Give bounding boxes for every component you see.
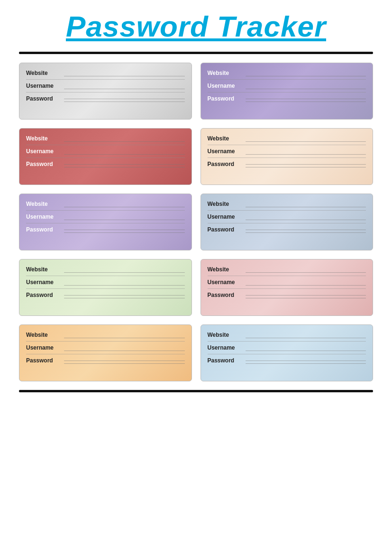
field-password: Password <box>208 161 366 170</box>
field-lines <box>246 220 366 221</box>
field-line <box>246 295 366 296</box>
field-line <box>64 207 185 207</box>
field-lines <box>246 154 366 156</box>
label-website: Website <box>208 266 243 274</box>
field-lines <box>64 230 185 234</box>
label-username: Username <box>26 279 61 287</box>
field-line <box>64 298 185 298</box>
field-lines <box>64 295 185 299</box>
field-line <box>246 338 366 338</box>
label-password: Password <box>208 357 243 365</box>
field-line <box>246 167 366 167</box>
field-website: Website <box>208 201 366 211</box>
field-lines <box>64 207 185 208</box>
label-website: Website <box>26 332 61 339</box>
label-password: Password <box>26 226 61 234</box>
label-username: Username <box>26 344 61 352</box>
field-password: Password <box>26 161 185 170</box>
field-password: Password <box>26 95 185 105</box>
field-line <box>246 207 366 207</box>
field-username: Username <box>26 344 185 354</box>
card-row-5: Website Username Password <box>19 324 373 381</box>
field-line <box>246 76 366 76</box>
label-website: Website <box>26 201 61 208</box>
page-title: Password Tracker <box>19 9 373 43</box>
field-username: Username <box>26 213 185 223</box>
card-10: Website Username Password <box>201 324 374 381</box>
field-line <box>246 285 366 286</box>
field-lines <box>246 76 366 77</box>
label-username: Username <box>208 344 243 352</box>
field-line <box>64 272 185 273</box>
field-website: Website <box>26 332 185 342</box>
card-row-1: Website Username Password <box>19 63 373 120</box>
field-lines <box>64 89 185 90</box>
cards-grid: Website Username Password <box>19 63 373 381</box>
field-line <box>246 141 366 142</box>
card-1: Website Username Password <box>19 63 192 120</box>
card-row-4: Website Username Password <box>19 259 373 316</box>
field-line <box>64 89 185 89</box>
field-lines <box>64 141 185 143</box>
field-password: Password <box>26 226 185 236</box>
field-line <box>64 295 185 296</box>
field-line <box>246 164 366 165</box>
field-lines <box>64 338 185 339</box>
card-2: Website Username Password <box>201 63 374 120</box>
field-line <box>64 76 185 76</box>
field-line <box>64 361 185 361</box>
field-lines <box>64 220 185 221</box>
field-lines <box>246 295 366 299</box>
field-lines <box>246 164 366 168</box>
label-password: Password <box>26 161 61 168</box>
label-website: Website <box>26 70 61 77</box>
field-password: Password <box>208 226 366 236</box>
field-lines <box>246 285 366 287</box>
label-username: Username <box>208 83 243 90</box>
field-lines <box>64 351 185 352</box>
field-line <box>64 351 185 351</box>
card-9: Website Username Password <box>19 324 192 381</box>
field-website: Website <box>26 70 185 80</box>
label-password: Password <box>26 292 61 299</box>
label-username: Username <box>26 213 61 221</box>
field-line <box>246 272 366 273</box>
field-username: Username <box>208 344 366 354</box>
field-username: Username <box>26 148 185 158</box>
card-6: Website Username Password <box>201 194 374 250</box>
field-username: Username <box>26 83 185 92</box>
field-line <box>64 102 185 102</box>
top-divider <box>19 52 373 54</box>
field-line <box>64 154 185 155</box>
card-row-2: Website Username Password <box>19 128 373 185</box>
field-website: Website <box>208 332 366 342</box>
field-lines <box>246 230 366 234</box>
field-line <box>64 363 185 364</box>
card-row-3: Website Username Password <box>19 194 373 250</box>
field-lines <box>64 76 185 77</box>
label-website: Website <box>208 201 243 208</box>
field-website: Website <box>208 135 366 145</box>
field-password: Password <box>208 95 366 105</box>
label-username: Username <box>26 148 61 156</box>
card-3: Website Username Password <box>19 128 192 185</box>
field-line <box>64 99 185 99</box>
field-lines <box>246 99 366 103</box>
field-lines <box>64 285 185 287</box>
field-lines <box>246 207 366 208</box>
label-username: Username <box>208 213 243 221</box>
label-website: Website <box>208 332 243 339</box>
label-password: Password <box>208 95 243 103</box>
field-line <box>246 102 366 102</box>
field-line <box>64 164 185 165</box>
page: Password Tracker Website Username <box>0 0 392 555</box>
field-username: Username <box>208 83 366 92</box>
field-website: Website <box>26 135 185 145</box>
field-website: Website <box>208 266 366 276</box>
label-website: Website <box>208 135 243 143</box>
field-website: Website <box>26 266 185 276</box>
field-line <box>64 220 185 220</box>
field-lines <box>64 361 185 365</box>
field-password: Password <box>208 357 366 367</box>
field-line <box>246 232 366 233</box>
